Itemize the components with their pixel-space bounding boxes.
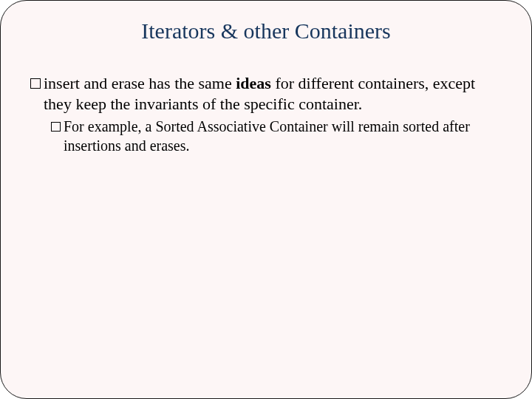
bullet-level2: For example, a Sorted Associative Contai… [51, 117, 502, 155]
bullet-l1-bold: ideas [236, 74, 271, 92]
slide-title: Iterators & other Containers [30, 16, 502, 73]
bullet-level1-text: insert and erase has the same ideas for … [44, 73, 502, 115]
square-bullet-icon [51, 122, 61, 132]
bullet-level2-text: For example, a Sorted Associative Contai… [64, 117, 502, 155]
bullet-level1: insert and erase has the same ideas for … [30, 73, 502, 115]
bullet-l1-pre: insert and erase has the same [44, 74, 236, 92]
slide-container: Iterators & other Containers insert and … [0, 0, 532, 399]
square-bullet-icon [30, 78, 41, 89]
